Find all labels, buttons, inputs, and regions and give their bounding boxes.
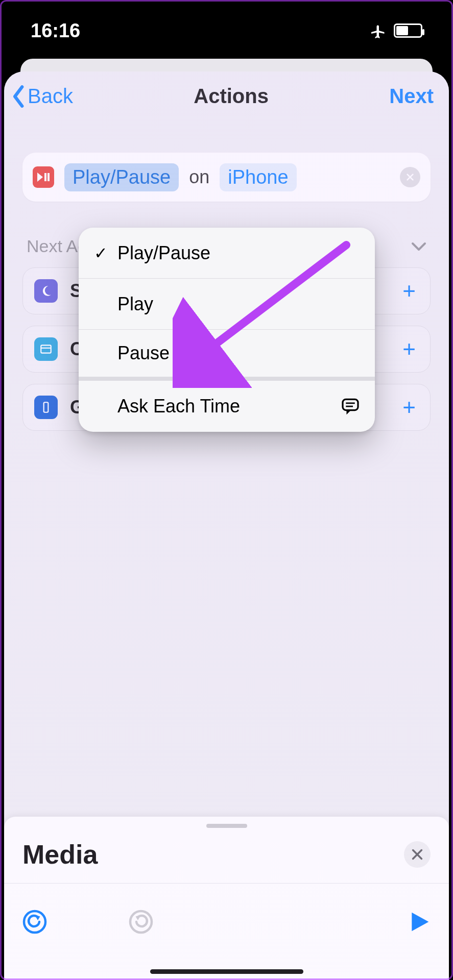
- device-icon: [34, 396, 58, 419]
- close-tray-button[interactable]: [404, 841, 431, 868]
- page-title: Actions: [194, 85, 269, 108]
- menu-item-pause[interactable]: Pause: [79, 330, 375, 381]
- menu-card-icon: [34, 337, 58, 361]
- home-indicator[interactable]: [150, 969, 303, 974]
- close-icon: [406, 173, 415, 182]
- redo-button[interactable]: [129, 910, 153, 934]
- svg-point-16: [24, 911, 45, 933]
- main-sheet: Back Actions Next Play/Pause on iPhone: [4, 71, 449, 980]
- add-suggestion-button[interactable]: +: [399, 336, 419, 362]
- status-time: 16:16: [31, 20, 80, 42]
- close-icon: [411, 848, 423, 861]
- action-token-middle: on: [189, 166, 209, 188]
- menu-item-label: Play: [117, 293, 361, 315]
- svg-rect-7: [44, 402, 49, 412]
- play-pause-icon: [33, 166, 54, 188]
- menu-item-play-pause[interactable]: ✓ Play/Pause: [79, 228, 375, 279]
- svg-rect-8: [343, 399, 358, 410]
- chevron-left-icon: [12, 85, 26, 108]
- back-button[interactable]: Back: [12, 85, 73, 108]
- check-icon: ✓: [93, 243, 108, 263]
- add-suggestion-button[interactable]: +: [399, 278, 419, 304]
- action-token[interactable]: Play/Pause: [64, 163, 179, 191]
- tray-handle[interactable]: [206, 824, 247, 828]
- moon-icon: [34, 279, 58, 303]
- tray-header: Media: [4, 828, 449, 883]
- action-option-menu: ✓ Play/Pause Play Pause Ask Each Time: [79, 228, 375, 432]
- svg-rect-1: [44, 173, 46, 181]
- svg-marker-19: [136, 915, 141, 920]
- svg-marker-20: [412, 912, 428, 931]
- svg-rect-2: [47, 173, 50, 181]
- device-frame: 16:16 Back Actions Next: [0, 0, 453, 980]
- action-pill: Play/Pause on iPhone: [22, 153, 431, 202]
- navbar: Back Actions Next: [4, 71, 449, 123]
- add-suggestion-button[interactable]: +: [399, 395, 419, 420]
- menu-item-label: Play/Pause: [117, 242, 361, 264]
- airplane-mode-icon: [368, 21, 387, 40]
- run-shortcut-button[interactable]: [408, 911, 431, 933]
- menu-item-label: Pause: [117, 342, 361, 364]
- battery-icon: [394, 23, 422, 38]
- status-right: [368, 21, 422, 40]
- svg-marker-17: [35, 915, 40, 920]
- tray-toolbar: [4, 884, 449, 980]
- menu-item-ask-each-time[interactable]: Ask Each Time: [79, 381, 375, 432]
- svg-marker-0: [37, 173, 43, 182]
- actions-tray[interactable]: Media: [4, 817, 449, 980]
- remove-action-button[interactable]: [400, 167, 420, 187]
- undo-button[interactable]: [22, 910, 47, 934]
- menu-item-play[interactable]: Play: [79, 279, 375, 330]
- speech-bubble-icon: [340, 396, 361, 416]
- svg-rect-5: [41, 345, 51, 353]
- tray-title: Media: [22, 839, 98, 870]
- next-button[interactable]: Next: [389, 85, 434, 108]
- back-label: Back: [28, 85, 73, 108]
- device-token[interactable]: iPhone: [220, 163, 296, 191]
- svg-marker-9: [347, 409, 352, 414]
- chevron-down-icon: [411, 241, 426, 252]
- menu-item-label: Ask Each Time: [117, 396, 331, 417]
- status-bar: 16:16: [0, 0, 453, 61]
- svg-point-18: [130, 911, 152, 933]
